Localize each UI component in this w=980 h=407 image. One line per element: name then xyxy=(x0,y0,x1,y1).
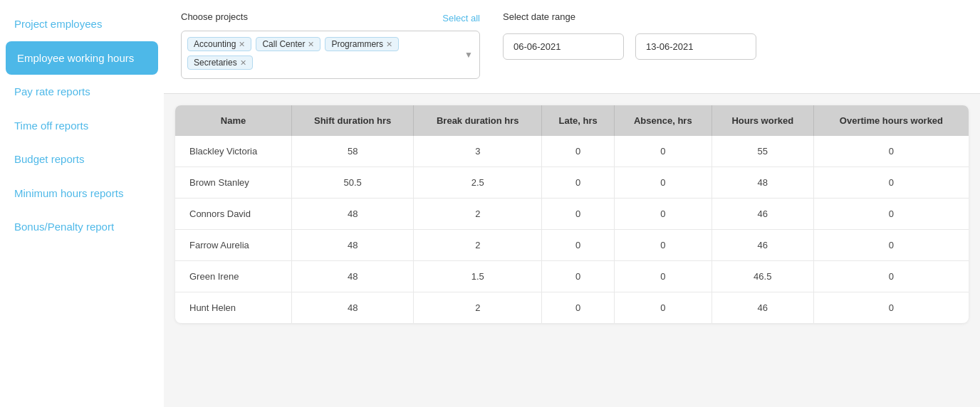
choose-projects-label: Choose projects xyxy=(181,11,248,22)
table-area: NameShift duration hrsBreak duration hrs… xyxy=(164,94,980,407)
cell-value: 0 xyxy=(813,230,969,261)
date-inputs xyxy=(503,33,756,60)
cell-name: Blackley Victoria xyxy=(175,136,292,167)
cell-name: Brown Stanley xyxy=(175,167,292,199)
projects-filter-header: Choose projects Select all xyxy=(181,11,480,25)
cell-name: Hunt Helen xyxy=(175,292,292,324)
table-body: Blackley Victoria58300550Brown Stanley50… xyxy=(175,136,969,323)
date-from-input[interactable] xyxy=(503,33,624,60)
col-overtime-hours-worked: Overtime hours worked xyxy=(813,105,969,136)
cell-name: Green Irene xyxy=(175,261,292,292)
date-to-input[interactable] xyxy=(635,33,756,60)
cell-value: 48 xyxy=(292,261,414,292)
col-shift-duration-hrs: Shift duration hrs xyxy=(292,105,414,136)
sidebar-item-employee-working-hours[interactable]: Employee working hours xyxy=(6,41,158,75)
col-late-hrs: Late, hrs xyxy=(542,105,615,136)
project-select-wrapper: Accounting ✕Call Center ✕Programmers ✕Se… xyxy=(181,31,480,79)
cell-value: 46 xyxy=(711,230,813,261)
cell-value: 0 xyxy=(813,292,969,324)
cell-value: 2 xyxy=(414,199,542,230)
cell-value: 0 xyxy=(813,261,969,292)
cell-value: 48 xyxy=(292,199,414,230)
sidebar-item-budget-reports[interactable]: Budget reports xyxy=(0,142,164,176)
cell-value: 48 xyxy=(711,167,813,199)
sidebar-item-bonus-penalty-report[interactable]: Bonus/Penalty report xyxy=(0,210,164,244)
tag-accounting[interactable]: Accounting ✕ xyxy=(187,37,251,51)
table-row: Farrow Aurelia48200460 xyxy=(175,230,969,261)
cell-value: 46 xyxy=(711,292,813,324)
table-row: Blackley Victoria58300550 xyxy=(175,136,969,167)
tag-remove-icon[interactable]: ✕ xyxy=(240,59,246,67)
cell-value: 48 xyxy=(292,230,414,261)
projects-filter-section: Choose projects Select all Accounting ✕C… xyxy=(181,11,480,79)
cell-value: 3 xyxy=(414,136,542,167)
sidebar-item-minimum-hours-reports[interactable]: Minimum hours reports xyxy=(0,176,164,211)
tag-programmers[interactable]: Programmers ✕ xyxy=(325,37,399,51)
cell-value: 0 xyxy=(542,230,615,261)
cell-value: 0 xyxy=(813,136,969,167)
select-all-link[interactable]: Select all xyxy=(442,13,480,23)
main-content: Choose projects Select all Accounting ✕C… xyxy=(164,0,980,407)
project-tags-box[interactable]: Accounting ✕Call Center ✕Programmers ✕Se… xyxy=(181,31,480,79)
cell-value: 46 xyxy=(711,199,813,230)
tag-remove-icon[interactable]: ✕ xyxy=(239,41,245,48)
table-header: NameShift duration hrsBreak duration hrs… xyxy=(175,105,969,136)
cell-name: Farrow Aurelia xyxy=(175,230,292,261)
sidebar-item-pay-rate-reports[interactable]: Pay rate reports xyxy=(0,75,164,109)
cell-value: 0 xyxy=(813,199,969,230)
tag-remove-icon[interactable]: ✕ xyxy=(386,41,392,48)
cell-value: 46.5 xyxy=(711,261,813,292)
cell-value: 58 xyxy=(292,136,414,167)
sidebar-item-project-employees[interactable]: Project employees xyxy=(0,7,164,41)
dropdown-arrow-icon: ▼ xyxy=(464,50,473,60)
cell-name: Connors David xyxy=(175,199,292,230)
sidebar-item-time-off-reports[interactable]: Time off reports xyxy=(0,109,164,143)
cell-value: 0 xyxy=(542,261,615,292)
cell-value: 0 xyxy=(813,167,969,199)
col-hours-worked: Hours worked xyxy=(711,105,813,136)
tag-secretaries[interactable]: Secretaries ✕ xyxy=(187,56,253,70)
cell-value: 2 xyxy=(414,230,542,261)
cell-value: 1.5 xyxy=(414,261,542,292)
col-break-duration-hrs: Break duration hrs xyxy=(414,105,542,136)
cell-value: 55 xyxy=(711,136,813,167)
cell-value: 0 xyxy=(542,167,615,199)
table-row: Green Irene481.50046.50 xyxy=(175,261,969,292)
tag-remove-icon[interactable]: ✕ xyxy=(308,41,314,48)
table-row: Connors David48200460 xyxy=(175,199,969,230)
cell-value: 0 xyxy=(614,292,711,324)
col-absence-hrs: Absence, hrs xyxy=(614,105,711,136)
table-row: Hunt Helen48200460 xyxy=(175,292,969,324)
select-date-range-label: Select date range xyxy=(503,11,756,22)
cell-value: 0 xyxy=(614,230,711,261)
sidebar: Project employeesEmployee working hoursP… xyxy=(0,0,164,407)
cell-value: 2 xyxy=(414,292,542,324)
cell-value: 2.5 xyxy=(414,167,542,199)
date-range-section: Select date range xyxy=(503,11,756,60)
cell-value: 0 xyxy=(542,136,615,167)
cell-value: 48 xyxy=(292,292,414,324)
cell-value: 0 xyxy=(542,199,615,230)
cell-value: 0 xyxy=(614,199,711,230)
cell-value: 0 xyxy=(542,292,615,324)
cell-value: 50.5 xyxy=(292,167,414,199)
cell-value: 0 xyxy=(614,167,711,199)
cell-value: 0 xyxy=(614,261,711,292)
table-header-row: NameShift duration hrsBreak duration hrs… xyxy=(175,105,969,136)
cell-value: 0 xyxy=(614,136,711,167)
hours-table: NameShift duration hrsBreak duration hrs… xyxy=(175,105,969,323)
col-name: Name xyxy=(175,105,292,136)
tag-call-center[interactable]: Call Center ✕ xyxy=(256,37,320,51)
table-row: Brown Stanley50.52.500480 xyxy=(175,167,969,199)
filter-bar: Choose projects Select all Accounting ✕C… xyxy=(164,0,980,94)
